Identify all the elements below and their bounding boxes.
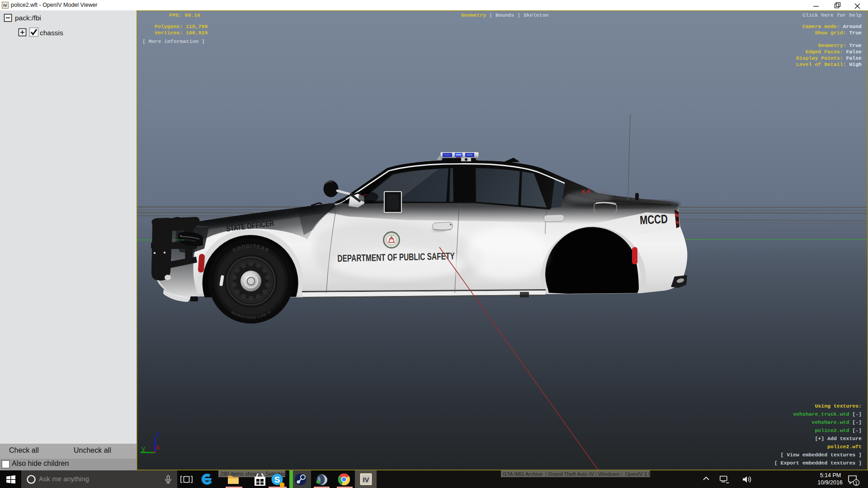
svg-text:MCCD: MCCD <box>639 212 668 227</box>
svg-text:chassis: chassis <box>40 29 63 37</box>
svg-text:Vertices: 108,929: Vertices: 108,929 <box>155 30 208 36</box>
svg-text:IV: IV <box>363 476 369 483</box>
svg-text:Edged Faces: False: Edged Faces: False <box>806 49 862 55</box>
svg-text:[+] Add texture: [+] Add texture <box>815 436 862 441</box>
svg-text:vehshare.wtd [-]: vehshare.wtd [-] <box>812 419 862 425</box>
svg-text:Geometry: True: Geometry: True <box>818 42 862 48</box>
svg-text:Click here for help: Click here for help <box>802 12 862 18</box>
svg-text:police2.wft: police2.wft <box>827 444 862 450</box>
svg-text:[ View embedded textures ]: [ View embedded textures ] <box>781 452 862 458</box>
svg-text:vehshare_truck.wtd [-]: vehshare_truck.wtd [-] <box>793 411 862 417</box>
svg-text:K-9: K-9 <box>581 188 590 195</box>
svg-text:IV: IV <box>3 3 7 8</box>
svg-text:1: 1 <box>855 480 858 486</box>
svg-text:Polygons: 115,760: Polygons: 115,760 <box>155 23 208 29</box>
svg-text:Show grid: True: Show grid: True <box>815 30 862 36</box>
svg-text:pack:/fbi: pack:/fbi <box>15 14 41 22</box>
svg-text:S: S <box>274 475 280 484</box>
svg-text:Display Points: False: Display Points: False <box>796 55 862 61</box>
svg-text:police2.wtd [-]: police2.wtd [-] <box>815 427 862 433</box>
svg-text:z: z <box>156 431 160 439</box>
svg-text:Using textures:: Using textures: <box>815 403 862 409</box>
svg-text:[ More information ]: [ More information ] <box>142 38 205 44</box>
svg-text:[ Export embedded textures ]: [ Export embedded textures ] <box>774 460 862 466</box>
svg-text:Camera mode: Around: Camera mode: Around <box>802 23 862 29</box>
svg-text:Level of Detail: High: Level of Detail: High <box>796 61 862 67</box>
svg-text:FPS: 60.10: FPS: 60.10 <box>169 12 200 18</box>
svg-text:Geometry | Bounds | Skeleton: Geometry | Bounds | Skeleton <box>461 12 548 18</box>
svg-text:x: x <box>156 444 160 452</box>
